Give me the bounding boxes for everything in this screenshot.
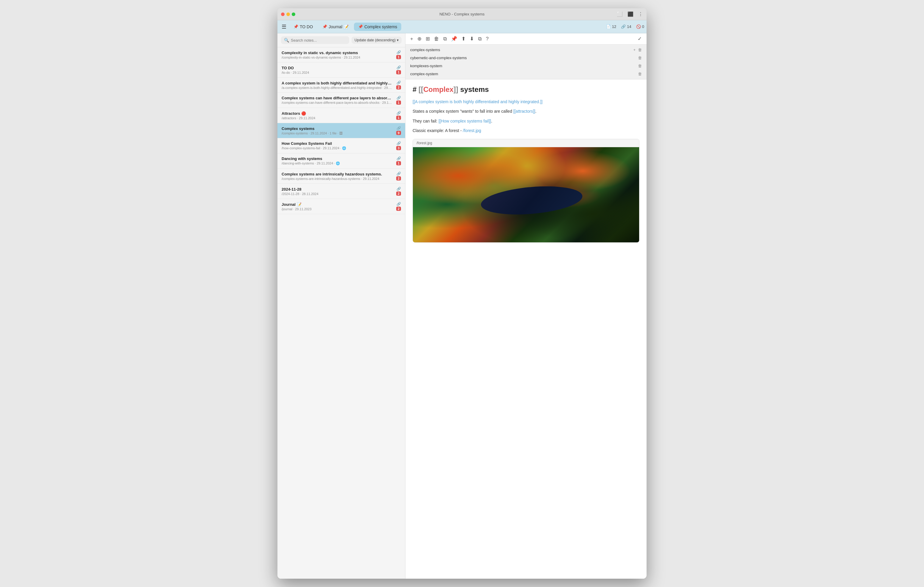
link-badge: 1 xyxy=(396,55,401,59)
close-button[interactable] xyxy=(281,13,285,16)
tab-todo[interactable]: 📌 TO DO xyxy=(289,23,317,31)
sidebar-toolbar: 🔍 Update date (descending) ▾ xyxy=(277,33,405,47)
delete-backlink-icon[interactable]: 🗑 xyxy=(638,56,642,60)
note-meta: 🔗 2 xyxy=(392,187,401,196)
list-item[interactable]: Attractors 🔴 /attractors · 29.11.2024 🔗 … xyxy=(277,108,405,123)
editor-toolbar: + ⊕ ⊞ 🗑 ⧉ 📌 ⬆ ⬇ ⧉ ? ✓ xyxy=(406,33,647,44)
delete-backlink-icon[interactable]: 🗑 xyxy=(638,72,642,76)
add-icon[interactable]: + xyxy=(410,36,413,42)
note-path: /a-complex-system-is-both-highly-differe… xyxy=(282,86,392,89)
delete-backlink-icon[interactable]: 🗑 xyxy=(638,64,642,68)
image-caption: /forest.jpg xyxy=(413,139,639,147)
pin-icon-todo: 📌 xyxy=(294,25,298,29)
delete-icon[interactable]: 🗑 xyxy=(434,36,439,42)
note-meta: 🔗 2 xyxy=(392,202,401,211)
list-item[interactable]: Journal 📝 /journal · 29.11.2023 🔗 2 xyxy=(277,199,405,214)
link-badge: 2 xyxy=(396,191,401,196)
bracket-open: [[ xyxy=(419,86,423,94)
stat-links: 🔗 14 xyxy=(621,25,631,29)
export-icon[interactable]: ⧉ xyxy=(478,36,482,42)
list-item[interactable]: TO DO /to-do · 29.11.2024 🔗 1 xyxy=(277,62,405,77)
note-info: TO DO /to-do · 29.11.2024 xyxy=(282,66,392,74)
backlink-item[interactable]: cybernetic-and-complex-systems 🗑 xyxy=(406,54,647,62)
new-note-icon[interactable]: ⬜ xyxy=(617,11,623,17)
chevron-down-icon: ▾ xyxy=(397,38,399,42)
editor-content[interactable]: # [[Complex]] systems [[A complex system… xyxy=(406,79,647,579)
list-item[interactable]: 2024-11-28 /2024-11-28 · 28.11.2024 🔗 2 xyxy=(277,184,405,199)
wiki-link-attractors[interactable]: [[attractors]] xyxy=(513,109,535,113)
tab-journal[interactable]: 📌 Journal 📝 xyxy=(318,23,353,31)
save-icon[interactable]: ⊞ xyxy=(426,36,430,42)
wiki-link-complex[interactable]: Complex xyxy=(423,86,454,94)
note-path: /complex-systems-can-have-different-pace… xyxy=(282,101,392,105)
note-title: 2024-11-28 xyxy=(282,187,392,191)
search-input[interactable] xyxy=(291,38,346,43)
menu-icon[interactable]: ⋮ xyxy=(638,11,643,17)
sort-dropdown[interactable]: Update date (descending) ▾ xyxy=(351,36,402,44)
notes-count: 12 xyxy=(612,25,616,29)
note-info: Complex systems /complex-systems · 29.11… xyxy=(282,127,392,135)
links-count: 14 xyxy=(627,25,631,29)
notes-icon: 📄 xyxy=(606,25,611,29)
link-badge: 1 xyxy=(396,100,401,105)
search-box[interactable]: 🔍 xyxy=(281,36,349,44)
delete-backlink-icon[interactable]: 🗑 xyxy=(638,48,642,52)
note-path: /complex-systems · 29.11.2024 · 1 file ·… xyxy=(282,132,392,135)
list-item[interactable]: Complex systems are intrinsically hazard… xyxy=(277,169,405,184)
heading-suffix: systems xyxy=(460,86,489,94)
note-meta: 🔗 1 xyxy=(392,111,401,120)
forest-link[interactable]: /forest.jpg xyxy=(463,128,481,133)
traffic-lights xyxy=(281,13,295,16)
note-paragraph-3: They can fail: [[How complex systems fai… xyxy=(412,118,639,124)
note-info: Journal 📝 /journal · 29.11.2023 xyxy=(282,202,392,211)
note-path: /dancing-with-systems · 29.11.2024 · 🌐 xyxy=(282,161,392,165)
broken-icon: 🚫 xyxy=(636,25,641,29)
pin-icon[interactable]: 📌 xyxy=(451,36,457,42)
backlink-item[interactable]: complex-systems + 🗑 xyxy=(406,46,647,54)
note-paragraph-2: States a complex system "wants" to fall … xyxy=(412,108,639,115)
note-title: Complex systems can have different pace … xyxy=(282,96,392,100)
backlink-actions: 🗑 xyxy=(638,64,642,68)
tab-complex[interactable]: 📌 Complex systems xyxy=(354,23,401,31)
link-icon: 🔗 xyxy=(396,172,401,176)
add-backlink-icon[interactable]: + xyxy=(633,48,635,52)
upload-icon[interactable]: ⬆ xyxy=(461,36,465,42)
search-icon: 🔍 xyxy=(284,38,289,43)
tabbar: ☰ 📌 TO DO 📌 Journal 📝 📌 Complex systems … xyxy=(277,20,647,33)
backlink-actions: + 🗑 xyxy=(633,48,642,52)
backlink-item[interactable]: komplexes-system 🗑 xyxy=(406,62,647,70)
add-linked-icon[interactable]: ⊕ xyxy=(417,36,421,42)
wiki-link-fail[interactable]: [[How complex systems fail]] xyxy=(439,118,491,123)
image-block: /forest.jpg xyxy=(412,139,639,243)
help-icon[interactable]: ? xyxy=(486,36,488,42)
note-title: Complexity in static vs. dynamic systems xyxy=(282,51,392,55)
extensions-icon[interactable]: ⬛ xyxy=(627,11,634,17)
duplicate-icon[interactable]: ⧉ xyxy=(443,36,447,42)
list-item[interactable]: Complex systems can have different pace … xyxy=(277,93,405,108)
minimize-button[interactable] xyxy=(286,13,290,16)
link-badge: 1 xyxy=(396,161,401,165)
backlink-label: complex-system xyxy=(410,72,438,76)
confirm-icon[interactable]: ✓ xyxy=(638,36,642,42)
link-badge: 9 xyxy=(396,131,401,135)
note-heading: # [[Complex]] systems xyxy=(412,86,639,94)
list-item[interactable]: Complex systems /complex-systems · 29.11… xyxy=(277,123,405,138)
list-item[interactable]: Dancing with systems /dancing-with-syste… xyxy=(277,153,405,169)
list-item[interactable]: How Complex Systems Fail /how-complex-sy… xyxy=(277,138,405,153)
titlebar-actions: ⬜ ⬛ ⋮ xyxy=(617,11,643,17)
backlink-item[interactable]: complex-system 🗑 xyxy=(406,70,647,78)
download-icon[interactable]: ⬇ xyxy=(470,36,474,42)
list-item[interactable]: A complex system is both highly differen… xyxy=(277,77,405,93)
hamburger-menu[interactable]: ☰ xyxy=(280,22,288,32)
note-info: 2024-11-28 /2024-11-28 · 28.11.2024 xyxy=(282,187,392,196)
note-info: Complexity in static vs. dynamic systems… xyxy=(282,51,392,59)
maximize-button[interactable] xyxy=(292,13,295,16)
backlink-label: complex-systems xyxy=(410,48,440,52)
wiki-link-differentiated[interactable]: [[A complex system is both highly differ… xyxy=(412,99,542,104)
pin-icon-complex: 📌 xyxy=(358,25,363,29)
note-meta: 🔗 2 xyxy=(392,81,401,89)
pin-icon-journal: 📌 xyxy=(322,25,327,29)
note-meta: 🔗 1 xyxy=(392,50,401,59)
note-path: /attractors · 29.11.2024 xyxy=(282,116,392,120)
list-item[interactable]: Complexity in static vs. dynamic systems… xyxy=(277,47,405,62)
